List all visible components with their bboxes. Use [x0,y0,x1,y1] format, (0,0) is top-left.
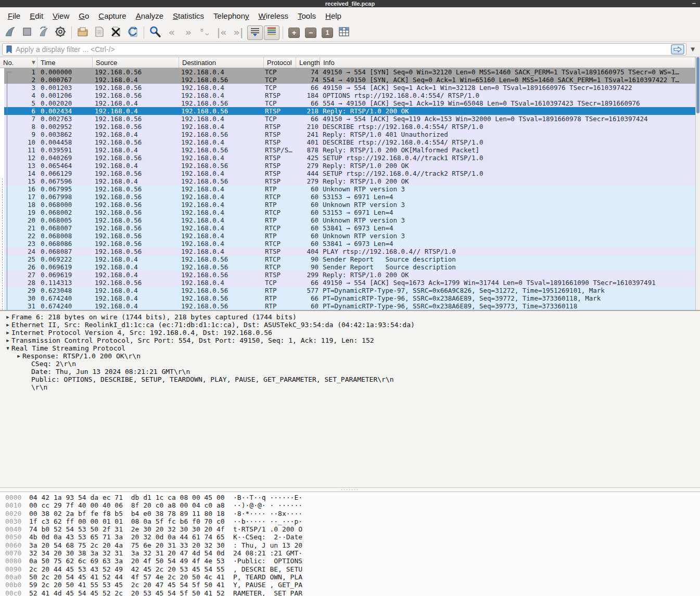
packet-list-scrollbar[interactable] [695,57,700,310]
detail-line[interactable]: CSeq: 2\r\n [0,360,700,368]
packet-row-10[interactable]: 100.004458192.168.0.56192.168.0.4RTSP401… [0,138,695,146]
packet-row-29[interactable]: 290.623048192.168.0.4192.168.0.56RTP577P… [0,287,695,294]
column-header-source[interactable]: Source [93,57,179,68]
save-file-button[interactable] [92,25,107,40]
packet-row-25[interactable]: 250.069222192.168.0.4192.168.0.56RTCP90S… [0,255,695,263]
packet-row-26[interactable]: 260.069619192.168.0.4192.168.0.56RTCP90S… [0,263,695,271]
detail-line[interactable]: ▸Response: RTSP/1.0 200 OK\r\n [0,352,700,360]
hex-row[interactable]: 00c052 41 4d 45 54 45 52 2c 20 53 45 54 … [5,589,700,596]
detail-line[interactable]: ▸Frame 6: 218 bytes on wire (1744 bits),… [0,313,700,321]
hex-row[interactable]: 00902c 20 44 45 53 43 52 49 42 45 2c 20 … [5,565,700,573]
detail-line[interactable]: Date: Thu, Jun 13 2024 08:21:21 GMT\r\n [0,368,700,375]
expand-arrow-icon[interactable]: ▸ [4,329,11,336]
hex-row[interactable]: 000004 42 1a 93 54 da ec 71 db d1 1c ca … [5,494,700,501]
packet-row-7[interactable]: 70.002763192.168.0.56192.168.0.4TCP66491… [0,115,695,123]
packet-row-13[interactable]: 130.065464192.168.0.4192.168.0.56RTSP279… [0,162,695,170]
hex-row[interactable]: 00504b 0d 0a 43 53 65 71 3a 20 32 0d 0a … [5,533,700,541]
hex-row[interactable]: 004074 b0 52 54 53 50 2f 31 2e 30 20 32 … [5,525,700,533]
packet-row-12[interactable]: 120.040269192.168.0.56192.168.0.4RTSP425… [0,154,695,162]
menu-go[interactable]: Go [74,9,94,22]
start-capture-button[interactable] [3,25,18,40]
go-first-button[interactable]: |« [214,25,230,40]
packet-row-23[interactable]: 230.068086192.168.0.56192.168.0.4RTCP605… [0,240,695,248]
column-header-length[interactable]: Length [296,57,320,68]
hex-row[interactable]: 001000 cc 29 7f 40 00 40 06 8f 20 c0 a8 … [5,501,700,509]
packet-row-19[interactable]: 190.068002192.168.0.56192.168.0.4RTCP605… [0,209,695,216]
close-file-button[interactable] [108,25,124,40]
column-header-no[interactable]: No.▼ [0,57,37,68]
packet-row-16[interactable]: 160.067995192.168.0.56192.168.0.4RTP60Un… [0,185,695,193]
display-filter-input[interactable]: Apply a display filter ... <Ctrl-/> [2,43,686,56]
packet-row-8[interactable]: 80.002952192.168.0.56192.168.0.4RTSP210D… [0,123,695,131]
packet-row-1[interactable]: 10.000000192.168.0.56192.168.0.4TCP74491… [0,68,695,76]
column-header-destination[interactable]: Destination [179,57,264,68]
minimize-button[interactable]: – [692,0,696,7]
expand-arrow-icon[interactable]: ▸ [15,352,22,360]
column-header-time[interactable]: Time [37,57,93,68]
packet-row-3[interactable]: 30.001203192.168.0.56192.168.0.4TCP66491… [0,84,695,92]
apply-filter-button[interactable] [671,44,684,55]
menu-help[interactable]: Help [321,9,346,22]
resize-columns-button[interactable] [336,25,352,40]
go-to-packet-button[interactable]: °̌⌄ [197,25,213,40]
find-packet-button[interactable] [147,25,163,40]
packet-row-21[interactable]: 210.068007192.168.0.56192.168.0.4RTCP605… [0,224,695,232]
packet-row-4[interactable]: 40.001206192.168.0.56192.168.0.4RTSP184O… [0,92,695,99]
open-file-button[interactable] [75,25,91,40]
collapse-arrow-icon[interactable]: ▾ [4,344,11,352]
colorize-button[interactable] [264,25,279,40]
column-header-info[interactable]: Info [320,57,695,68]
menu-file[interactable]: File [3,9,25,22]
menu-wireless[interactable]: Wireless [254,9,294,22]
menu-edit[interactable]: Edit [25,9,48,22]
packet-row-15[interactable]: 150.067596192.168.0.4192.168.0.56RTSP279… [0,177,695,185]
detail-line[interactable]: ▸Internet Protocol Version 4, Src: 192.1… [0,329,700,336]
packet-row-28[interactable]: 280.114313192.168.0.56192.168.0.4TCP6649… [0,279,695,287]
packet-row-2[interactable]: 20.000767192.168.0.4192.168.0.56TCP74554… [0,76,695,84]
packet-row-27[interactable]: 270.069619192.168.0.4192.168.0.56RTSP299… [0,271,695,279]
packet-row-31[interactable]: 310.674240192.168.0.4192.168.0.56RTP60PT… [0,302,695,310]
zoom-original-button[interactable]: 1 [320,25,335,40]
go-last-button[interactable]: »| [231,25,246,40]
packet-row-11[interactable]: 110.039591192.168.0.4192.168.0.56RTSP/S…… [0,146,695,154]
expand-arrow-icon[interactable]: ▸ [4,336,11,344]
scrollbar-thumb[interactable] [696,57,699,113]
detail-line[interactable]: ▸Ethernet II, Src: ReolinkI_d1:1c:ca (ec… [0,321,700,329]
detail-line[interactable]: ▸Transmission Control Protocol, Src Port… [0,336,700,344]
menu-tools[interactable]: Tools [293,9,321,22]
hex-row[interactable]: 002000 38 02 2a bf fe f8 b5 b4 e0 38 78 … [5,510,700,517]
menu-analyze[interactable]: Analyze [131,9,168,22]
packet-row-6[interactable]: 60.002434192.168.0.4192.168.0.56RTSP218R… [0,107,695,115]
packet-row-14[interactable]: 140.066129192.168.0.56192.168.0.4RTSP444… [0,170,695,177]
hex-row[interactable]: 00a050 2c 20 54 45 41 52 44 4f 57 4e 2c … [5,573,700,581]
hex-row[interactable]: 00800a 50 75 62 6c 69 63 3a 20 4f 50 54 … [5,557,700,565]
hex-row[interactable]: 00603a 20 54 68 75 2c 20 4a 75 6e 20 31 … [5,541,700,549]
hex-row[interactable]: 00301f c3 62 ff 00 00 01 01 08 0a 5f fc … [5,517,700,525]
detail-line[interactable]: \r\n [0,383,700,391]
filter-expression-dropdown[interactable]: ▼ [686,46,698,52]
detail-line[interactable]: Public: OPTIONS, DESCRIBE, SETUP, TEARDO… [0,375,700,383]
packet-row-5[interactable]: 50.002020192.168.0.4192.168.0.56TCP66554… [0,99,695,107]
packet-row-18[interactable]: 180.068000192.168.0.56192.168.0.4RTP60Un… [0,201,695,209]
packet-row-30[interactable]: 300.674240192.168.0.4192.168.0.56RTP66PT… [0,294,695,302]
go-back-button[interactable]: « [164,25,180,40]
menu-telephony[interactable]: Telephony [209,9,253,22]
column-header-protocol[interactable]: Protocol [264,57,296,68]
packet-row-24[interactable]: 240.068087192.168.0.56192.168.0.4RTSP404… [0,248,695,255]
expand-arrow-icon[interactable]: ▸ [4,313,11,321]
capture-options-button[interactable] [53,25,68,40]
splitter-handle[interactable]: ······· [341,488,359,491]
menu-capture[interactable]: Capture [94,9,131,22]
packet-row-22[interactable]: 220.068008192.168.0.56192.168.0.4RTP60Un… [0,232,695,240]
packet-row-20[interactable]: 200.068005192.168.0.56192.168.0.4RTP60Un… [0,216,695,224]
zoom-out-button[interactable]: − [303,25,319,40]
menu-view[interactable]: View [48,9,74,22]
stop-capture-button[interactable] [19,25,35,40]
auto-scroll-button[interactable] [247,25,263,40]
hex-row[interactable]: 00b059 2c 20 50 41 55 53 45 2c 20 47 45 … [5,581,700,589]
packet-row-9[interactable]: 90.003862192.168.0.4192.168.0.56RTSP241R… [0,131,695,138]
packet-row-17[interactable]: 170.067998192.168.0.56192.168.0.4RTCP605… [0,193,695,201]
expand-arrow-icon[interactable]: ▸ [4,321,11,329]
filter-bookmark-icon[interactable] [6,45,12,54]
hex-row[interactable]: 007032 34 20 30 38 3a 32 31 3a 32 31 20 … [5,549,700,557]
